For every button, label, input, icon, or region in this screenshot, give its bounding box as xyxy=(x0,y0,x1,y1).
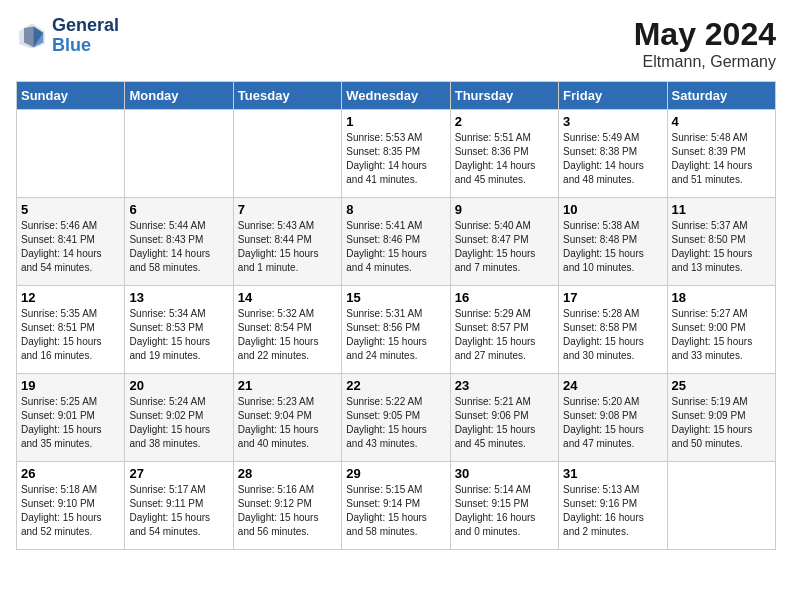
day-number: 11 xyxy=(672,202,771,217)
day-number: 8 xyxy=(346,202,445,217)
day-info: Sunrise: 5:25 AM Sunset: 9:01 PM Dayligh… xyxy=(21,395,120,451)
day-number: 7 xyxy=(238,202,337,217)
logo-line1: General xyxy=(52,16,119,36)
day-info: Sunrise: 5:14 AM Sunset: 9:15 PM Dayligh… xyxy=(455,483,554,539)
day-cell: 4Sunrise: 5:48 AM Sunset: 8:39 PM Daylig… xyxy=(667,110,775,198)
header-cell-tuesday: Tuesday xyxy=(233,82,341,110)
day-number: 10 xyxy=(563,202,662,217)
day-info: Sunrise: 5:35 AM Sunset: 8:51 PM Dayligh… xyxy=(21,307,120,363)
main-title: May 2024 xyxy=(634,16,776,53)
day-number: 16 xyxy=(455,290,554,305)
header-cell-saturday: Saturday xyxy=(667,82,775,110)
logo-line2: Blue xyxy=(52,36,119,56)
day-cell: 9Sunrise: 5:40 AM Sunset: 8:47 PM Daylig… xyxy=(450,198,558,286)
day-cell: 7Sunrise: 5:43 AM Sunset: 8:44 PM Daylig… xyxy=(233,198,341,286)
day-info: Sunrise: 5:53 AM Sunset: 8:35 PM Dayligh… xyxy=(346,131,445,187)
day-cell: 13Sunrise: 5:34 AM Sunset: 8:53 PM Dayli… xyxy=(125,286,233,374)
day-number: 27 xyxy=(129,466,228,481)
logo-icon xyxy=(16,20,48,52)
day-info: Sunrise: 5:51 AM Sunset: 8:36 PM Dayligh… xyxy=(455,131,554,187)
day-number: 30 xyxy=(455,466,554,481)
day-number: 6 xyxy=(129,202,228,217)
day-info: Sunrise: 5:31 AM Sunset: 8:56 PM Dayligh… xyxy=(346,307,445,363)
week-row-2: 5Sunrise: 5:46 AM Sunset: 8:41 PM Daylig… xyxy=(17,198,776,286)
day-number: 3 xyxy=(563,114,662,129)
day-info: Sunrise: 5:15 AM Sunset: 9:14 PM Dayligh… xyxy=(346,483,445,539)
week-row-4: 19Sunrise: 5:25 AM Sunset: 9:01 PM Dayli… xyxy=(17,374,776,462)
header-cell-monday: Monday xyxy=(125,82,233,110)
day-cell: 8Sunrise: 5:41 AM Sunset: 8:46 PM Daylig… xyxy=(342,198,450,286)
day-info: Sunrise: 5:46 AM Sunset: 8:41 PM Dayligh… xyxy=(21,219,120,275)
day-cell: 19Sunrise: 5:25 AM Sunset: 9:01 PM Dayli… xyxy=(17,374,125,462)
day-cell: 20Sunrise: 5:24 AM Sunset: 9:02 PM Dayli… xyxy=(125,374,233,462)
day-cell: 26Sunrise: 5:18 AM Sunset: 9:10 PM Dayli… xyxy=(17,462,125,550)
day-number: 4 xyxy=(672,114,771,129)
day-number: 12 xyxy=(21,290,120,305)
day-number: 2 xyxy=(455,114,554,129)
calendar-body: 1Sunrise: 5:53 AM Sunset: 8:35 PM Daylig… xyxy=(17,110,776,550)
day-number: 31 xyxy=(563,466,662,481)
day-info: Sunrise: 5:17 AM Sunset: 9:11 PM Dayligh… xyxy=(129,483,228,539)
day-cell xyxy=(233,110,341,198)
day-cell: 16Sunrise: 5:29 AM Sunset: 8:57 PM Dayli… xyxy=(450,286,558,374)
day-number: 14 xyxy=(238,290,337,305)
day-cell: 31Sunrise: 5:13 AM Sunset: 9:16 PM Dayli… xyxy=(559,462,667,550)
day-cell: 23Sunrise: 5:21 AM Sunset: 9:06 PM Dayli… xyxy=(450,374,558,462)
day-info: Sunrise: 5:34 AM Sunset: 8:53 PM Dayligh… xyxy=(129,307,228,363)
week-row-1: 1Sunrise: 5:53 AM Sunset: 8:35 PM Daylig… xyxy=(17,110,776,198)
day-number: 9 xyxy=(455,202,554,217)
header-cell-thursday: Thursday xyxy=(450,82,558,110)
day-info: Sunrise: 5:23 AM Sunset: 9:04 PM Dayligh… xyxy=(238,395,337,451)
calendar-header: SundayMondayTuesdayWednesdayThursdayFrid… xyxy=(17,82,776,110)
day-info: Sunrise: 5:16 AM Sunset: 9:12 PM Dayligh… xyxy=(238,483,337,539)
day-number: 26 xyxy=(21,466,120,481)
day-info: Sunrise: 5:28 AM Sunset: 8:58 PM Dayligh… xyxy=(563,307,662,363)
day-number: 5 xyxy=(21,202,120,217)
day-info: Sunrise: 5:18 AM Sunset: 9:10 PM Dayligh… xyxy=(21,483,120,539)
day-cell: 30Sunrise: 5:14 AM Sunset: 9:15 PM Dayli… xyxy=(450,462,558,550)
day-number: 22 xyxy=(346,378,445,393)
day-number: 24 xyxy=(563,378,662,393)
header-cell-friday: Friday xyxy=(559,82,667,110)
day-info: Sunrise: 5:44 AM Sunset: 8:43 PM Dayligh… xyxy=(129,219,228,275)
day-info: Sunrise: 5:37 AM Sunset: 8:50 PM Dayligh… xyxy=(672,219,771,275)
subtitle: Eltmann, Germany xyxy=(634,53,776,71)
day-cell: 18Sunrise: 5:27 AM Sunset: 9:00 PM Dayli… xyxy=(667,286,775,374)
day-cell: 5Sunrise: 5:46 AM Sunset: 8:41 PM Daylig… xyxy=(17,198,125,286)
day-cell: 1Sunrise: 5:53 AM Sunset: 8:35 PM Daylig… xyxy=(342,110,450,198)
week-row-3: 12Sunrise: 5:35 AM Sunset: 8:51 PM Dayli… xyxy=(17,286,776,374)
day-number: 13 xyxy=(129,290,228,305)
day-cell: 21Sunrise: 5:23 AM Sunset: 9:04 PM Dayli… xyxy=(233,374,341,462)
day-info: Sunrise: 5:41 AM Sunset: 8:46 PM Dayligh… xyxy=(346,219,445,275)
day-info: Sunrise: 5:32 AM Sunset: 8:54 PM Dayligh… xyxy=(238,307,337,363)
header-cell-wednesday: Wednesday xyxy=(342,82,450,110)
logo: General Blue xyxy=(16,16,119,56)
day-number: 21 xyxy=(238,378,337,393)
day-cell: 14Sunrise: 5:32 AM Sunset: 8:54 PM Dayli… xyxy=(233,286,341,374)
day-number: 20 xyxy=(129,378,228,393)
header: General Blue May 2024 Eltmann, Germany xyxy=(16,16,776,71)
day-cell: 24Sunrise: 5:20 AM Sunset: 9:08 PM Dayli… xyxy=(559,374,667,462)
day-info: Sunrise: 5:24 AM Sunset: 9:02 PM Dayligh… xyxy=(129,395,228,451)
day-info: Sunrise: 5:19 AM Sunset: 9:09 PM Dayligh… xyxy=(672,395,771,451)
day-info: Sunrise: 5:49 AM Sunset: 8:38 PM Dayligh… xyxy=(563,131,662,187)
day-cell: 6Sunrise: 5:44 AM Sunset: 8:43 PM Daylig… xyxy=(125,198,233,286)
day-cell xyxy=(667,462,775,550)
day-number: 28 xyxy=(238,466,337,481)
day-info: Sunrise: 5:43 AM Sunset: 8:44 PM Dayligh… xyxy=(238,219,337,275)
day-info: Sunrise: 5:22 AM Sunset: 9:05 PM Dayligh… xyxy=(346,395,445,451)
day-cell: 17Sunrise: 5:28 AM Sunset: 8:58 PM Dayli… xyxy=(559,286,667,374)
day-cell: 3Sunrise: 5:49 AM Sunset: 8:38 PM Daylig… xyxy=(559,110,667,198)
day-info: Sunrise: 5:21 AM Sunset: 9:06 PM Dayligh… xyxy=(455,395,554,451)
day-info: Sunrise: 5:38 AM Sunset: 8:48 PM Dayligh… xyxy=(563,219,662,275)
day-number: 29 xyxy=(346,466,445,481)
day-info: Sunrise: 5:48 AM Sunset: 8:39 PM Dayligh… xyxy=(672,131,771,187)
day-number: 18 xyxy=(672,290,771,305)
day-info: Sunrise: 5:20 AM Sunset: 9:08 PM Dayligh… xyxy=(563,395,662,451)
day-cell xyxy=(17,110,125,198)
title-area: May 2024 Eltmann, Germany xyxy=(634,16,776,71)
day-cell: 15Sunrise: 5:31 AM Sunset: 8:56 PM Dayli… xyxy=(342,286,450,374)
day-number: 17 xyxy=(563,290,662,305)
day-info: Sunrise: 5:13 AM Sunset: 9:16 PM Dayligh… xyxy=(563,483,662,539)
day-number: 25 xyxy=(672,378,771,393)
